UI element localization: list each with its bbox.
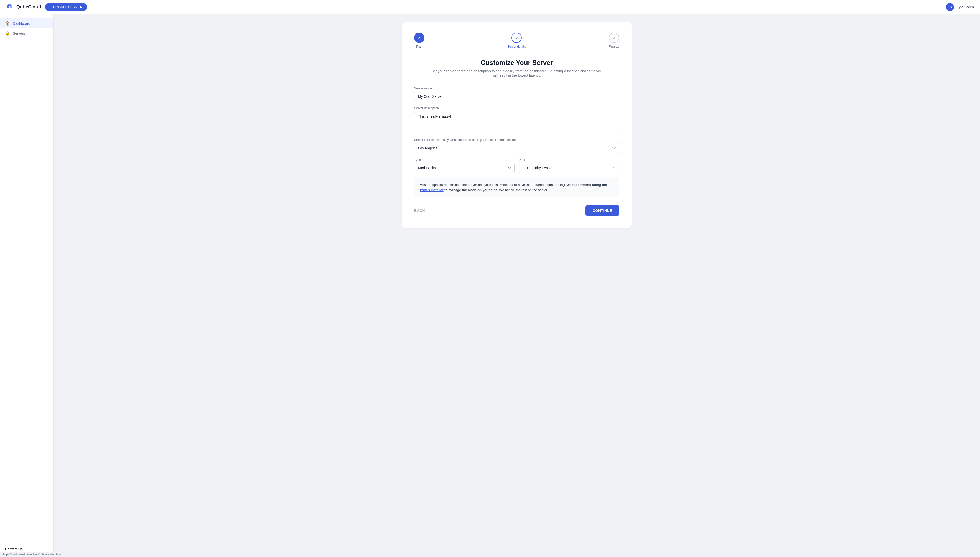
username: Kylo Spren (957, 5, 974, 9)
sidebar: 🏠 Dashboard 🔒 Servers Contact Us (0, 14, 54, 557)
step-label-server-details: Server details (507, 45, 526, 49)
twitch-installer-link[interactable]: Twitch installer (419, 188, 444, 192)
sidebar-label-dashboard: Dashboard (13, 21, 30, 26)
server-description-input[interactable]: This is really snazzy! (414, 112, 619, 132)
main-content: ✓ Plan 2 Server details 3 Finalize Custo… (54, 14, 980, 557)
type-label: Type: (414, 158, 515, 161)
info-text-before: Most modpacks require both the server an… (419, 183, 567, 187)
info-text-bold2: to manage the mods on your side. (444, 188, 499, 192)
page-title: Customize Your Server (414, 59, 619, 67)
step-finalize: 3 Finalize (609, 33, 619, 49)
step-circle-server-details: 2 (512, 33, 522, 43)
stepper: ✓ Plan 2 Server details 3 Finalize (414, 33, 619, 49)
layout: 🏠 Dashboard 🔒 Servers Contact Us ✓ Plan … (0, 0, 980, 557)
step-circle-plan: ✓ (414, 33, 424, 43)
server-description-label: Server description: (414, 106, 619, 110)
type-pack-row: Type: Mod Packs Vanilla Bukkit/Spigot Pa… (414, 158, 619, 173)
step-circle-finalize: 3 (609, 33, 619, 43)
pack-label: Pack: (519, 158, 619, 161)
step-plan: ✓ Plan (414, 33, 424, 49)
back-button[interactable]: BACK (414, 206, 425, 215)
contact-us: Contact Us (5, 547, 23, 551)
header-left: QubeCloud + CREATE SERVER (6, 3, 87, 11)
continue-button[interactable]: CONTINUE (585, 205, 619, 216)
pack-group: Pack: FTB Infinity Evolved FTB Beyond Sk… (519, 158, 619, 173)
avatar: KS (946, 3, 954, 11)
step-label-plan: Plan (416, 45, 423, 49)
header: QubeCloud + CREATE SERVER KS Kylo Spren (0, 0, 980, 14)
sidebar-label-servers: Servers (13, 31, 25, 36)
pack-select[interactable]: FTB Infinity Evolved FTB Beyond SkyFacto… (519, 163, 619, 173)
server-location-select[interactable]: Los Angeles New York London Frankfurt Si… (414, 143, 619, 153)
step-server-details: 2 Server details (507, 33, 526, 49)
sidebar-item-dashboard[interactable]: 🏠 Dashboard (0, 18, 53, 28)
server-location-group: Server location (choose your nearest loc… (414, 138, 619, 153)
status-url: https://dashboard.qubecloud.io/home/dash… (3, 553, 63, 556)
actions: BACK CONTINUE (414, 205, 619, 216)
home-icon: 🏠 (5, 21, 10, 26)
header-right: KS Kylo Spren (946, 3, 974, 11)
info-text-after: We handle the rest on the server. (498, 188, 548, 192)
create-server-button[interactable]: + CREATE SERVER (45, 3, 87, 11)
info-box: Most modpacks require both the server an… (414, 178, 619, 197)
page-subtitle: Set your server name and description to … (430, 69, 604, 77)
logo-text: QubeCloud (16, 4, 41, 10)
server-name-label: Server name: (414, 86, 619, 90)
server-name-group: Server name: (414, 86, 619, 101)
logo-icon (6, 3, 14, 11)
card: ✓ Plan 2 Server details 3 Finalize Custo… (402, 23, 632, 228)
sidebar-item-servers[interactable]: 🔒 Servers (0, 28, 53, 38)
type-select[interactable]: Mod Packs Vanilla Bukkit/Spigot PaperMC … (414, 163, 515, 173)
type-group: Type: Mod Packs Vanilla Bukkit/Spigot Pa… (414, 158, 515, 173)
server-description-group: Server description: This is really snazz… (414, 106, 619, 133)
logo[interactable]: QubeCloud (6, 3, 41, 11)
status-bar: https://dashboard.qubecloud.io/home/dash… (0, 552, 980, 557)
server-location-label: Server location (choose your nearest loc… (414, 138, 619, 142)
server-name-input[interactable] (414, 92, 619, 101)
lock-icon: 🔒 (5, 31, 10, 36)
step-label-finalize: Finalize (609, 45, 619, 49)
svg-rect-2 (10, 5, 12, 8)
